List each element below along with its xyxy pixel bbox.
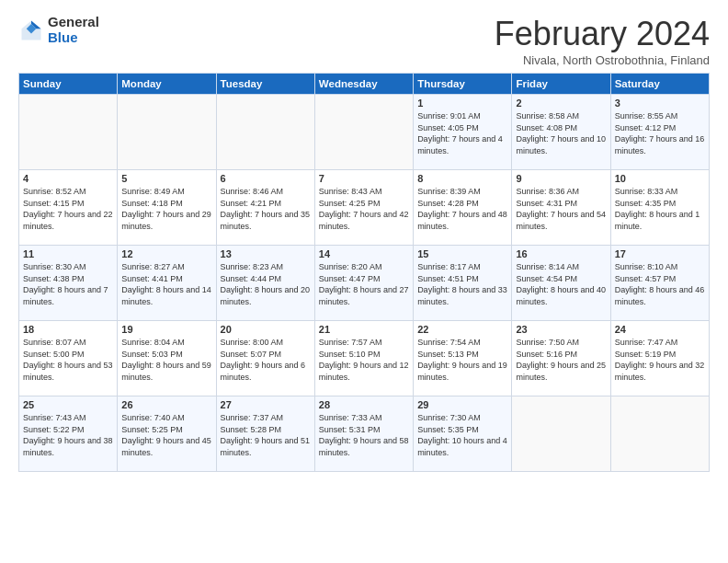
- day-info: Sunrise: 7:50 AMSunset: 5:16 PMDaylight:…: [516, 337, 606, 383]
- day-number: 5: [121, 173, 211, 184]
- calendar-cell: [19, 95, 118, 170]
- calendar-cell: 11Sunrise: 8:30 AMSunset: 4:38 PMDayligh…: [19, 246, 118, 321]
- day-info: Sunrise: 9:01 AMSunset: 4:05 PMDaylight:…: [417, 110, 507, 156]
- title-block: February 2024 Nivala, North Ostrobothnia…: [495, 15, 710, 67]
- calendar-cell: 12Sunrise: 8:27 AMSunset: 4:41 PMDayligh…: [118, 246, 216, 321]
- calendar-cell: [216, 95, 314, 170]
- calendar-cell: 1Sunrise: 9:01 AMSunset: 4:05 PMDaylight…: [414, 95, 512, 170]
- day-info: Sunrise: 8:46 AMSunset: 4:21 PMDaylight:…: [221, 186, 311, 232]
- day-number: 11: [23, 248, 113, 259]
- day-info: Sunrise: 8:20 AMSunset: 4:47 PMDaylight:…: [319, 261, 409, 307]
- col-thursday: Thursday: [414, 74, 512, 95]
- day-info: Sunrise: 8:55 AMSunset: 4:12 PMDaylight:…: [615, 110, 705, 156]
- calendar-cell: 7Sunrise: 8:43 AMSunset: 4:25 PMDaylight…: [314, 170, 413, 246]
- day-number: 24: [615, 324, 705, 335]
- calendar-cell: 24Sunrise: 7:47 AMSunset: 5:19 PMDayligh…: [610, 321, 709, 396]
- day-number: 20: [221, 324, 311, 335]
- logo-general-text: General: [48, 15, 99, 30]
- day-number: 12: [121, 248, 211, 259]
- day-info: Sunrise: 8:04 AMSunset: 5:03 PMDaylight:…: [121, 337, 211, 383]
- day-info: Sunrise: 8:17 AMSunset: 4:51 PMDaylight:…: [417, 261, 507, 307]
- day-number: 3: [615, 98, 705, 109]
- page-container: General Blue February 2024 Nivala, North…: [0, 0, 728, 481]
- day-number: 13: [221, 248, 311, 259]
- day-number: 23: [516, 324, 606, 335]
- calendar-cell: 10Sunrise: 8:33 AMSunset: 4:35 PMDayligh…: [610, 170, 709, 246]
- day-number: 18: [23, 324, 113, 335]
- day-info: Sunrise: 7:40 AMSunset: 5:25 PMDaylight:…: [121, 412, 211, 458]
- header: General Blue February 2024 Nivala, North…: [18, 15, 710, 67]
- day-info: Sunrise: 8:49 AMSunset: 4:18 PMDaylight:…: [121, 186, 211, 232]
- calendar-cell: 13Sunrise: 8:23 AMSunset: 4:44 PMDayligh…: [216, 246, 314, 321]
- calendar-week-4: 25Sunrise: 7:43 AMSunset: 5:22 PMDayligh…: [19, 396, 710, 472]
- calendar-cell: [512, 396, 610, 472]
- day-number: 19: [121, 324, 211, 335]
- location-subtitle: Nivala, North Ostrobothnia, Finland: [495, 53, 710, 67]
- day-number: 8: [417, 173, 507, 184]
- calendar-header-row: Sunday Monday Tuesday Wednesday Thursday…: [19, 74, 710, 95]
- day-number: 28: [319, 399, 409, 410]
- day-number: 6: [221, 173, 311, 184]
- day-number: 14: [319, 248, 409, 259]
- col-friday: Friday: [512, 74, 610, 95]
- day-info: Sunrise: 8:27 AMSunset: 4:41 PMDaylight:…: [121, 261, 211, 307]
- calendar-cell: 15Sunrise: 8:17 AMSunset: 4:51 PMDayligh…: [414, 246, 512, 321]
- day-info: Sunrise: 8:14 AMSunset: 4:54 PMDaylight:…: [516, 261, 606, 307]
- col-saturday: Saturday: [610, 74, 709, 95]
- day-info: Sunrise: 8:52 AMSunset: 4:15 PMDaylight:…: [23, 186, 113, 232]
- day-number: 9: [516, 173, 606, 184]
- calendar-cell: 29Sunrise: 7:30 AMSunset: 5:35 PMDayligh…: [414, 396, 512, 472]
- day-info: Sunrise: 8:58 AMSunset: 4:08 PMDaylight:…: [516, 110, 606, 156]
- calendar-cell: 19Sunrise: 8:04 AMSunset: 5:03 PMDayligh…: [118, 321, 216, 396]
- calendar-week-2: 11Sunrise: 8:30 AMSunset: 4:38 PMDayligh…: [19, 246, 710, 321]
- logo: General Blue: [18, 15, 99, 45]
- day-info: Sunrise: 7:43 AMSunset: 5:22 PMDaylight:…: [23, 412, 113, 458]
- day-number: 16: [516, 248, 606, 259]
- calendar-cell: 26Sunrise: 7:40 AMSunset: 5:25 PMDayligh…: [118, 396, 216, 472]
- calendar-cell: 17Sunrise: 8:10 AMSunset: 4:57 PMDayligh…: [610, 246, 709, 321]
- calendar-cell: 3Sunrise: 8:55 AMSunset: 4:12 PMDaylight…: [610, 95, 709, 170]
- day-info: Sunrise: 7:57 AMSunset: 5:10 PMDaylight:…: [319, 337, 409, 383]
- day-number: 2: [516, 98, 606, 109]
- calendar-week-3: 18Sunrise: 8:07 AMSunset: 5:00 PMDayligh…: [19, 321, 710, 396]
- day-number: 25: [23, 399, 113, 410]
- day-number: 1: [417, 98, 507, 109]
- calendar-cell: 23Sunrise: 7:50 AMSunset: 5:16 PMDayligh…: [512, 321, 610, 396]
- day-number: 4: [23, 173, 113, 184]
- month-title: February 2024: [495, 15, 710, 53]
- day-info: Sunrise: 7:47 AMSunset: 5:19 PMDaylight:…: [615, 337, 705, 383]
- logo-text: General Blue: [48, 15, 99, 45]
- logo-icon: [18, 17, 44, 43]
- calendar-week-0: 1Sunrise: 9:01 AMSunset: 4:05 PMDaylight…: [19, 95, 710, 170]
- calendar-cell: [118, 95, 216, 170]
- day-info: Sunrise: 7:54 AMSunset: 5:13 PMDaylight:…: [417, 337, 507, 383]
- calendar-cell: 8Sunrise: 8:39 AMSunset: 4:28 PMDaylight…: [414, 170, 512, 246]
- calendar-week-1: 4Sunrise: 8:52 AMSunset: 4:15 PMDaylight…: [19, 170, 710, 246]
- col-sunday: Sunday: [19, 74, 118, 95]
- day-number: 27: [221, 399, 311, 410]
- calendar-cell: 27Sunrise: 7:37 AMSunset: 5:28 PMDayligh…: [216, 396, 314, 472]
- day-info: Sunrise: 7:37 AMSunset: 5:28 PMDaylight:…: [221, 412, 311, 458]
- day-number: 7: [319, 173, 409, 184]
- calendar-cell: 4Sunrise: 8:52 AMSunset: 4:15 PMDaylight…: [19, 170, 118, 246]
- day-info: Sunrise: 8:36 AMSunset: 4:31 PMDaylight:…: [516, 186, 606, 232]
- calendar-table: Sunday Monday Tuesday Wednesday Thursday…: [18, 73, 710, 472]
- day-info: Sunrise: 8:00 AMSunset: 5:07 PMDaylight:…: [221, 337, 311, 383]
- calendar-cell: 20Sunrise: 8:00 AMSunset: 5:07 PMDayligh…: [216, 321, 314, 396]
- day-info: Sunrise: 7:33 AMSunset: 5:31 PMDaylight:…: [319, 412, 409, 458]
- calendar-cell: 2Sunrise: 8:58 AMSunset: 4:08 PMDaylight…: [512, 95, 610, 170]
- day-info: Sunrise: 8:10 AMSunset: 4:57 PMDaylight:…: [615, 261, 705, 307]
- day-number: 10: [615, 173, 705, 184]
- day-number: 17: [615, 248, 705, 259]
- logo-blue-text: Blue: [48, 30, 99, 46]
- day-info: Sunrise: 8:39 AMSunset: 4:28 PMDaylight:…: [417, 186, 507, 232]
- calendar-cell: 18Sunrise: 8:07 AMSunset: 5:00 PMDayligh…: [19, 321, 118, 396]
- calendar-cell: 9Sunrise: 8:36 AMSunset: 4:31 PMDaylight…: [512, 170, 610, 246]
- calendar-cell: [314, 95, 413, 170]
- col-wednesday: Wednesday: [314, 74, 413, 95]
- calendar-cell: 6Sunrise: 8:46 AMSunset: 4:21 PMDaylight…: [216, 170, 314, 246]
- day-info: Sunrise: 8:07 AMSunset: 5:00 PMDaylight:…: [23, 337, 113, 383]
- day-info: Sunrise: 8:33 AMSunset: 4:35 PMDaylight:…: [615, 186, 705, 232]
- calendar-cell: 5Sunrise: 8:49 AMSunset: 4:18 PMDaylight…: [118, 170, 216, 246]
- day-number: 22: [417, 324, 507, 335]
